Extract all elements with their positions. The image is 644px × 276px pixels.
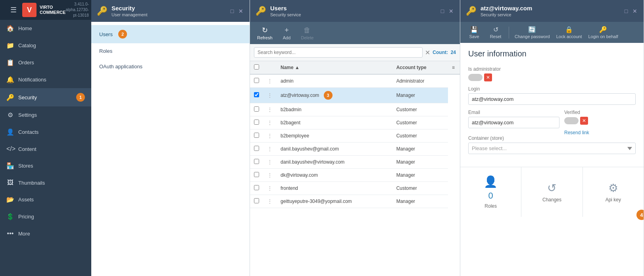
is-admin-clear-button[interactable]: ✕ bbox=[484, 73, 492, 81]
user-info-close-button[interactable]: ✕ bbox=[632, 8, 638, 14]
verified-clear-button[interactable]: ✕ bbox=[580, 117, 588, 125]
table-row[interactable]: ⋮ b2badmin Customer bbox=[250, 103, 460, 116]
col-header-name[interactable]: Name ▲ bbox=[277, 61, 392, 74]
row-checkbox[interactable] bbox=[254, 172, 259, 177]
roles-card[interactable]: 👤 0 Roles bbox=[460, 167, 521, 217]
sidebar-item-pricing[interactable]: 💲 Pricing bbox=[0, 208, 91, 225]
lock-account-icon: 🔒 bbox=[565, 26, 573, 33]
sidebar-item-security[interactable]: 🔑 Security 1 bbox=[0, 88, 91, 106]
search-clear-button[interactable]: ✕ bbox=[425, 49, 430, 56]
row-name: atz@virtoway.com 3 bbox=[277, 88, 392, 103]
row-checkbox[interactable] bbox=[254, 133, 259, 138]
save-button[interactable]: 💾 Save bbox=[464, 24, 484, 41]
drag-handle-icon[interactable]: ⋮ bbox=[267, 172, 273, 178]
sidebar-item-contacts[interactable]: 👤 Contacts bbox=[0, 124, 91, 141]
toolbar-divider bbox=[509, 27, 509, 39]
sidebar-item-catalog[interactable]: 📁 Catalog bbox=[0, 37, 91, 54]
sidebar-item-orders[interactable]: 📋 Orders bbox=[0, 54, 91, 71]
delete-button[interactable]: 🗑 Delete bbox=[298, 25, 317, 42]
sidebar-item-assets[interactable]: 📂 Assets bbox=[0, 191, 91, 208]
sidebar-item-more[interactable]: ••• More bbox=[0, 225, 91, 242]
count-value: 24 bbox=[451, 50, 456, 55]
add-button[interactable]: + Add bbox=[278, 25, 296, 42]
email-row: Email Verified ✕ Resend link bbox=[468, 110, 636, 135]
table-row[interactable]: ⋮ atz@virtoway.com 3 Manager bbox=[250, 88, 460, 103]
table-row[interactable]: ⋮ admin Administrator bbox=[250, 74, 460, 88]
drag-handle-icon[interactable]: ⋮ bbox=[267, 159, 273, 165]
users-close-button[interactable]: ✕ bbox=[448, 8, 454, 14]
user-info-title: User information bbox=[468, 49, 636, 58]
container-select[interactable]: Please select... bbox=[468, 143, 636, 154]
login-on-behalf-button[interactable]: 🔑 Login on behalf bbox=[586, 24, 621, 41]
sidebar-item-label: Security bbox=[18, 95, 37, 100]
change-password-icon: 🔄 bbox=[528, 26, 536, 33]
sidebar-item-label: Thumbnails bbox=[18, 180, 45, 186]
row-type: Manager bbox=[392, 169, 448, 182]
verified-toggle[interactable] bbox=[564, 117, 579, 124]
lock-account-button[interactable]: 🔒 Lock account bbox=[554, 24, 584, 41]
table-row[interactable]: ⋮ geittuyeputre-3049@yopmail.com Manager bbox=[250, 195, 460, 208]
row-checkbox[interactable] bbox=[254, 159, 259, 164]
sidebar-item-notifications[interactable]: 🔔 Notifications bbox=[0, 71, 91, 88]
login-input[interactable] bbox=[468, 93, 636, 105]
resend-link[interactable]: Resend link bbox=[564, 130, 589, 135]
row-name: b2bagent bbox=[277, 116, 392, 129]
nav-item-users[interactable]: Users 2 bbox=[91, 25, 250, 43]
drag-handle-icon[interactable]: ⋮ bbox=[267, 120, 273, 126]
row-name: b2badmin bbox=[277, 103, 392, 116]
row-checkbox[interactable] bbox=[254, 146, 259, 151]
nav-item-roles[interactable]: Roles bbox=[91, 43, 250, 59]
security-panel-titlebar: 🔑 Security User management □ ✕ bbox=[91, 0, 250, 22]
changes-card[interactable]: ↺ Changes bbox=[521, 167, 582, 217]
table-header-row: Name ▲ Account type ≡ bbox=[250, 61, 460, 74]
table-row[interactable]: ⋮ dk@virtoway.com Manager bbox=[250, 169, 460, 182]
search-input[interactable] bbox=[254, 47, 423, 58]
row-checkbox[interactable] bbox=[254, 185, 259, 190]
drag-handle-cell: ⋮ bbox=[263, 88, 277, 103]
maximize-button[interactable]: □ bbox=[229, 8, 235, 14]
drag-handle-cell: ⋮ bbox=[263, 169, 277, 182]
table-row[interactable]: ⋮ danil.bayushev@gmail.com Manager bbox=[250, 143, 460, 156]
row-checkbox[interactable] bbox=[254, 92, 259, 97]
sidebar-item-content[interactable]: </> Content bbox=[0, 141, 91, 157]
drag-handle-icon[interactable]: ⋮ bbox=[267, 146, 273, 152]
nav-item-oauth[interactable]: OAuth applications bbox=[91, 59, 250, 74]
table-row[interactable]: ⋮ frontend Customer bbox=[250, 182, 460, 195]
reset-button[interactable]: ↺ Reset bbox=[486, 24, 506, 41]
users-maximize-button[interactable]: □ bbox=[439, 8, 446, 14]
api-key-card[interactable]: ⚙ Api key 4 bbox=[583, 167, 644, 217]
table-row[interactable]: ⋮ b2bemployee Customer bbox=[250, 129, 460, 143]
login-on-behalf-icon: 🔑 bbox=[599, 26, 607, 33]
drag-handle-icon[interactable]: ⋮ bbox=[267, 78, 273, 84]
row-name: danil.bayushev@gmail.com bbox=[277, 143, 392, 156]
drag-handle-icon[interactable]: ⋮ bbox=[267, 185, 273, 191]
table-row[interactable]: ⋮ danil.bayushev@virtoway.com Manager bbox=[250, 156, 460, 169]
change-password-button[interactable]: 🔄 Change password bbox=[512, 24, 552, 41]
row-checkbox[interactable] bbox=[254, 78, 259, 83]
user-info-maximize-button[interactable]: □ bbox=[623, 8, 629, 14]
api-key-card-icon: ⚙ bbox=[608, 181, 618, 195]
select-all-checkbox[interactable] bbox=[254, 64, 259, 69]
sidebar-item-stores[interactable]: 🏪 Stores bbox=[0, 157, 91, 174]
row-checkbox[interactable] bbox=[254, 120, 259, 125]
col-header-settings[interactable]: ≡ bbox=[448, 61, 460, 74]
row-checkbox-cell bbox=[250, 88, 263, 103]
close-button[interactable]: ✕ bbox=[238, 8, 244, 14]
is-admin-toggle[interactable] bbox=[468, 74, 483, 81]
refresh-button[interactable]: ↻ Refresh bbox=[254, 24, 276, 42]
sidebar-item-thumbnails[interactable]: 🖼 Thumbnails bbox=[0, 174, 91, 191]
row-checkbox[interactable] bbox=[254, 106, 259, 112]
table-row[interactable]: ⋮ b2bagent Customer bbox=[250, 116, 460, 129]
drag-handle-icon[interactable]: ⋮ bbox=[267, 198, 273, 205]
sidebar-item-home[interactable]: 🏠 Home bbox=[0, 20, 91, 37]
drag-handle-icon[interactable]: ⋮ bbox=[267, 92, 273, 98]
refresh-label: Refresh bbox=[257, 35, 273, 40]
drag-handle-cell: ⋮ bbox=[263, 116, 277, 129]
sidebar-item-settings[interactable]: ⚙ Settings bbox=[0, 106, 91, 124]
hamburger-menu-button[interactable]: ☰ bbox=[5, 2, 22, 18]
drag-handle-icon[interactable]: ⋮ bbox=[267, 133, 273, 139]
email-input[interactable] bbox=[468, 117, 559, 128]
user-info-section-header: User information bbox=[460, 43, 644, 62]
drag-handle-icon[interactable]: ⋮ bbox=[267, 106, 273, 113]
row-checkbox[interactable] bbox=[254, 198, 259, 203]
